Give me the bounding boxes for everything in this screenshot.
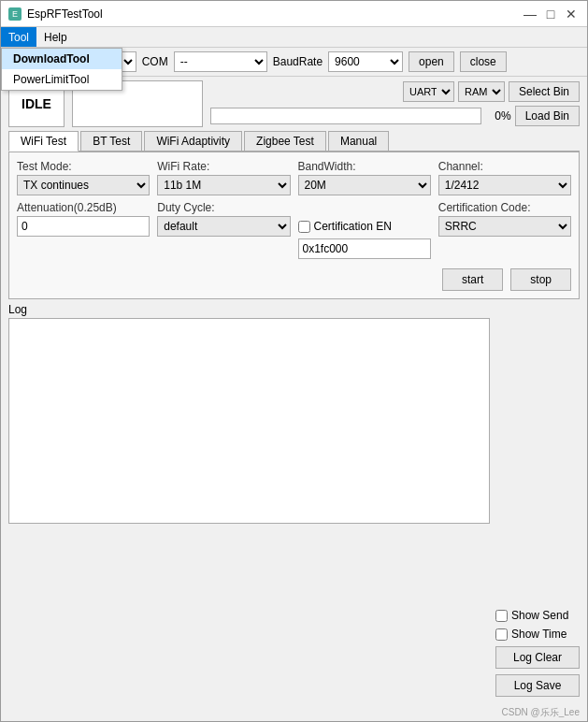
maximize-button[interactable]: □ — [542, 6, 559, 22]
certification-en-row: Certification EN — [298, 216, 431, 237]
show-send-row: Show Send — [495, 609, 580, 622]
show-time-checkbox[interactable] — [495, 628, 508, 641]
certification-code-label: Certification Code: — [438, 201, 571, 214]
show-send-label: Show Send — [511, 609, 568, 622]
load-bin-button[interactable]: Load Bin — [515, 106, 580, 126]
bandwidth-field: BandWidth: 20M — [298, 160, 431, 195]
certification-en-label: Certification EN — [314, 220, 392, 233]
watermark: CSDN @乐乐_Lee — [1, 704, 587, 721]
title-bar-left: E EspRFTestTool — [8, 7, 103, 21]
show-send-checkbox[interactable] — [495, 610, 508, 622]
attenuation-input[interactable] — [17, 216, 150, 237]
bandwidth-label: BandWidth: — [298, 160, 431, 173]
test-mode-select[interactable]: TX continues — [17, 175, 150, 195]
log-clear-button[interactable]: Log Clear — [495, 646, 580, 669]
start-button[interactable]: start — [442, 268, 503, 291]
test-mode-label: Test Mode: — [17, 160, 150, 173]
com-select[interactable]: -- — [174, 51, 267, 72]
title-bar: E EspRFTestTool — □ ✕ — [1, 1, 587, 27]
menu-help[interactable]: Help — [36, 27, 75, 47]
attenuation-field: Attenuation(0.25dB) — [17, 201, 150, 259]
log-label: Log — [8, 303, 580, 316]
cert-input[interactable] — [298, 238, 431, 259]
stop-button[interactable]: stop — [510, 268, 571, 291]
main-window: E EspRFTestTool — □ ✕ Tool Help Download… — [0, 0, 588, 722]
log-save-button[interactable]: Log Save — [495, 674, 580, 697]
wifi-rate-field: WiFi Rate: 11b 1M — [157, 160, 290, 195]
tab-zigbee-test[interactable]: Zigbee Test — [244, 131, 326, 151]
com-label: COM — [142, 55, 168, 68]
menu-bar: Tool Help DownloadTool PowerLimitTool — [1, 27, 587, 48]
tool-dropdown: DownloadTool PowerLimitTool — [1, 48, 122, 91]
window-title: EspRFTestTool — [27, 7, 103, 21]
certification-en-field: x Certification EN — [298, 201, 431, 259]
baudrate-label: BaudRate — [273, 55, 323, 68]
log-controls: Show Send Show Time Log Clear Log Save — [495, 318, 580, 700]
tab-wifi-test[interactable]: WiFi Test — [8, 131, 79, 152]
tabs: WiFi Test BT Test WiFi Adaptivity Zigbee… — [8, 131, 580, 152]
log-section: Log Show Send Show Time Log Clear Log Sa… — [1, 299, 587, 704]
baudrate-select[interactable]: 9600 — [328, 51, 403, 72]
select-bin-button[interactable]: Select Bin — [509, 81, 580, 102]
dropdown-item-downloadtool[interactable]: DownloadTool — [2, 49, 122, 69]
progress-percent: 0% — [485, 109, 511, 123]
wifi-rate-select[interactable]: 11b 1M — [157, 175, 290, 195]
channel-field: Channel: 1/2412 — [438, 160, 571, 195]
channel-select[interactable]: 1/2412 — [438, 175, 571, 195]
status-row2: 0% Load Bin — [210, 106, 580, 126]
bandwidth-select[interactable]: 20M — [298, 175, 431, 195]
progress-bar — [210, 108, 481, 124]
duty-cycle-label: Duty Cycle: — [157, 201, 290, 214]
test-mode-field: Test Mode: TX continues — [17, 160, 150, 195]
certification-code-field: Certification Code: SRRC — [438, 201, 571, 259]
close-button-toolbar[interactable]: close — [460, 51, 507, 72]
certification-code-select[interactable]: SRRC — [438, 216, 571, 237]
duty-cycle-field: Duty Cycle: default — [157, 201, 290, 259]
show-time-label: Show Time — [511, 628, 566, 641]
minimize-button[interactable]: — — [522, 6, 538, 22]
log-area — [8, 318, 490, 524]
tab-content-wifi-test: Test Mode: TX continues WiFi Rate: 11b 1… — [8, 152, 580, 299]
menu-tool[interactable]: Tool — [1, 27, 36, 47]
attenuation-label: Attenuation(0.25dB) — [17, 201, 150, 214]
status-row1: UART RAM Select Bin — [210, 81, 580, 102]
tab-manual[interactable]: Manual — [328, 131, 389, 151]
open-button[interactable]: open — [409, 51, 454, 72]
title-controls: — □ ✕ — [522, 6, 580, 22]
tab-wifi-adaptivity[interactable]: WiFi Adaptivity — [144, 131, 242, 151]
action-row: start stop — [17, 268, 571, 291]
tab-bt-test[interactable]: BT Test — [80, 131, 142, 151]
dropdown-item-powerlimittool[interactable]: PowerLimitTool — [2, 69, 122, 90]
uart-select[interactable]: UART — [403, 81, 454, 102]
certification-en-checkbox[interactable] — [298, 221, 310, 233]
channel-label: Channel: — [438, 160, 571, 173]
show-time-row: Show Time — [495, 628, 580, 641]
log-body: Show Send Show Time Log Clear Log Save — [8, 318, 580, 700]
close-button[interactable]: ✕ — [563, 6, 580, 22]
app-icon: E — [8, 7, 22, 21]
ram-select[interactable]: RAM — [458, 81, 505, 102]
wifi-rate-label: WiFi Rate: — [157, 160, 290, 173]
duty-cycle-select[interactable]: default — [157, 216, 290, 237]
status-right: UART RAM Select Bin 0% Load Bin — [210, 81, 580, 126]
